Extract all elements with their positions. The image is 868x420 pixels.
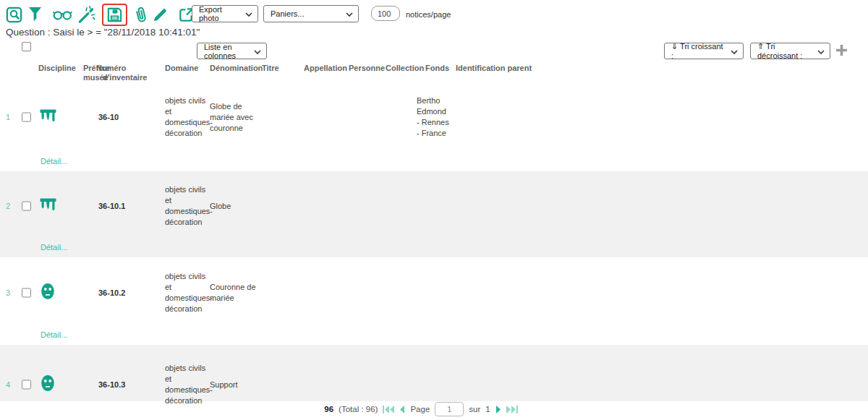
header-fonds: Fonds xyxy=(425,64,449,73)
result-count: 96 xyxy=(324,405,333,413)
sort-ascending-select[interactable]: ⇓ Tri croissant : xyxy=(664,43,744,59)
chevron-down-icon xyxy=(245,9,252,18)
inventory-number: 36-10.2 xyxy=(98,287,125,298)
export-photo-select[interactable]: Export photo xyxy=(192,5,258,22)
pagination-bar: 96 (Total : 96) Page 1 sur 1 xyxy=(0,400,855,419)
paniers-select[interactable]: Paniers... xyxy=(263,5,359,22)
result-total: (Total : 96) xyxy=(339,405,378,413)
header-personne: Personne xyxy=(349,64,385,73)
denomination-cell: Couronne de mariée xyxy=(210,282,271,304)
select-all-checkbox[interactable] xyxy=(22,42,31,51)
header-identification-parent: Identification parent xyxy=(456,64,532,73)
results-page: Export photo Paniers... 100 notices/page… xyxy=(0,0,868,420)
save-button-highlight xyxy=(102,4,127,26)
table-row: 2 36-10.1 objets civils et domestiques- … xyxy=(0,171,868,257)
detail-link[interactable]: Détail... xyxy=(41,157,67,166)
sort-ascending-value: ⇓ Tri croissant : xyxy=(671,42,726,60)
header-denomination: Dénomination xyxy=(210,64,263,73)
sort-descending-select[interactable]: ⇑ Tri décroissant : xyxy=(750,43,830,59)
table-row: 4 36-10.3 objets civils et domestiques- … xyxy=(0,345,868,401)
previous-page-icon[interactable] xyxy=(399,406,405,413)
main-toolbar xyxy=(6,3,216,26)
last-page-icon[interactable] xyxy=(506,406,518,413)
mask-face-icon xyxy=(40,282,56,303)
collection-cell: Bertho Edmond - Rennes - France xyxy=(417,95,463,139)
add-sort-plus-icon[interactable] xyxy=(835,44,848,59)
page-size-input[interactable]: 100 xyxy=(371,6,400,21)
total-pages: 1 xyxy=(485,405,490,413)
denomination-cell: Support xyxy=(210,380,271,390)
list-mode-select-value: Liste en colonnes xyxy=(204,43,249,60)
page-size-value: 100 xyxy=(378,9,391,18)
page-label: Page xyxy=(410,405,430,413)
header-discipline: Discipline xyxy=(38,64,76,73)
detail-link[interactable]: Détail... xyxy=(41,243,67,252)
sur-label: sur xyxy=(469,405,480,413)
chevron-down-icon xyxy=(817,47,825,56)
row-checkbox[interactable] xyxy=(22,201,31,210)
detail-link[interactable]: Détail... xyxy=(41,330,67,339)
filter-icon[interactable] xyxy=(28,7,42,23)
edit-pencil-icon[interactable] xyxy=(153,7,168,22)
chevron-down-icon xyxy=(346,9,353,18)
paniers-select-value: Paniers... xyxy=(271,9,304,18)
inventory-number: 36-10.1 xyxy=(98,200,125,211)
row-number[interactable]: 2 xyxy=(6,200,10,211)
furniture-table-icon xyxy=(40,197,56,215)
chevron-down-icon xyxy=(731,47,738,56)
list-mode-select[interactable]: Liste en colonnes xyxy=(197,43,267,59)
inventory-number: 36-10.3 xyxy=(98,380,125,390)
glasses-icon[interactable] xyxy=(52,9,73,21)
inventory-number: 36-10 xyxy=(98,111,119,122)
row-number[interactable]: 1 xyxy=(6,111,10,122)
furniture-table-icon xyxy=(40,108,56,126)
page-number-value: 1 xyxy=(447,405,451,413)
page-number-input[interactable]: 1 xyxy=(435,402,464,416)
photo-search-icon[interactable] xyxy=(6,6,24,24)
header-collection: Collection xyxy=(386,64,424,73)
query-summary: Question : Saisi le > = "28/11/2018 10:4… xyxy=(6,27,200,38)
export-photo-select-value: Export photo xyxy=(199,5,240,22)
paperclip-icon[interactable] xyxy=(132,4,150,25)
denomination-cell: Globe de mariée avec couronne xyxy=(210,100,271,133)
chevron-down-icon xyxy=(254,47,261,56)
header-domaine: Domaine xyxy=(165,64,198,73)
table-row: 1 36-10 objets civils et domestiques- dé… xyxy=(0,80,868,171)
row-checkbox[interactable] xyxy=(22,288,31,297)
row-number[interactable]: 4 xyxy=(6,380,10,390)
sort-descending-value: ⇑ Tri décroissant : xyxy=(757,42,812,60)
table-row: 3 36-10.2 objets civils et domestiques- … xyxy=(0,257,868,345)
row-checkbox[interactable] xyxy=(22,380,31,390)
row-number[interactable]: 3 xyxy=(6,287,10,298)
magic-wand-icon[interactable] xyxy=(77,6,95,24)
header-appellation: Appellation xyxy=(304,64,347,73)
page-size-label: notices/page xyxy=(406,10,451,19)
mask-face-icon xyxy=(40,374,56,395)
save-icon[interactable] xyxy=(106,7,123,23)
next-page-icon[interactable] xyxy=(495,406,501,413)
denomination-cell: Globe xyxy=(210,200,271,211)
row-checkbox[interactable] xyxy=(22,112,31,121)
header-titre: Titre xyxy=(262,64,279,73)
first-page-icon[interactable] xyxy=(383,406,394,413)
